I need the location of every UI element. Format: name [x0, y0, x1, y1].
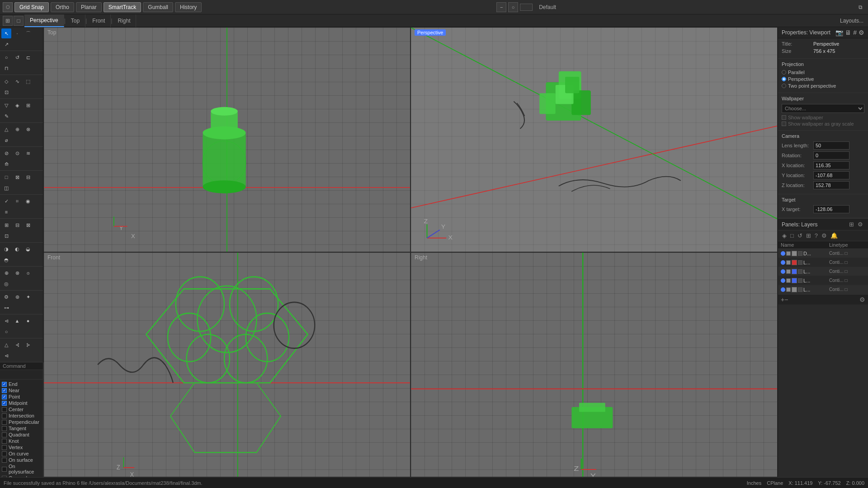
- join-tool[interactable]: ⊞: [23, 100, 33, 110]
- star-tool[interactable]: ✦: [23, 292, 33, 302]
- line-tool[interactable]: ↗: [1, 39, 11, 49]
- rotate-tool[interactable]: ↺: [12, 52, 22, 62]
- box-tool[interactable]: ⊓: [1, 63, 11, 73]
- snap-item-perpendicular[interactable]: Perpendicular: [2, 419, 41, 425]
- snap-cb-knot[interactable]: [2, 439, 7, 444]
- layer-color-swatch[interactable]: [792, 278, 797, 283]
- layers-tb-2[interactable]: □: [789, 232, 795, 239]
- snap-item-midpoint[interactable]: Midpoint: [2, 400, 41, 406]
- grid-tab-icon[interactable]: #: [853, 29, 857, 36]
- blend-tool[interactable]: ≋: [23, 148, 33, 158]
- tab-front[interactable]: Front: [87, 14, 111, 27]
- tab-right[interactable]: Right: [112, 14, 136, 27]
- snap-item-on-surface[interactable]: On surface: [2, 457, 41, 463]
- layer-material-icon[interactable]: [798, 269, 802, 274]
- array-tool[interactable]: ⌀: [1, 135, 11, 145]
- layer-row[interactable]: L... Conti... □: [778, 258, 868, 267]
- layer-lock-icon[interactable]: [786, 278, 791, 283]
- show-wallpaper-cb[interactable]: [782, 115, 786, 120]
- ortho-button[interactable]: Ortho: [51, 2, 74, 12]
- hatch-tool[interactable]: ⊟: [12, 220, 22, 230]
- camera-tab-icon[interactable]: 📷: [835, 29, 843, 36]
- history-button[interactable]: History: [175, 2, 202, 12]
- layer-material-icon[interactable]: [798, 251, 802, 256]
- snap-cb-center[interactable]: [2, 407, 7, 412]
- select-tool[interactable]: ↖: [1, 28, 11, 38]
- boolean-tool[interactable]: ◫: [1, 183, 11, 193]
- smarttrack-button[interactable]: SmartTrack: [104, 2, 142, 12]
- layers-tb-1[interactable]: ◈: [781, 232, 788, 239]
- layer-lock-icon[interactable]: [786, 269, 791, 274]
- polygon-tool[interactable]: ◇: [1, 76, 11, 86]
- misc-tool[interactable]: ⊶: [1, 303, 11, 313]
- color-swatch[interactable]: [520, 4, 533, 11]
- layer-row[interactable]: L... Conti... □: [778, 285, 868, 294]
- text-tool[interactable]: ⊠: [23, 220, 33, 230]
- gridsnap-button[interactable]: Grid Snap: [14, 2, 49, 12]
- extra-tool-8[interactable]: ⊲: [1, 351, 11, 361]
- planar-button[interactable]: Planar: [76, 2, 102, 12]
- layer-color-swatch[interactable]: [792, 260, 797, 265]
- mirror-tool[interactable]: ⊗: [23, 124, 33, 134]
- layer-row[interactable]: L... Conti... □: [778, 276, 868, 285]
- snap-cb-end[interactable]: [2, 382, 7, 387]
- extend-tool[interactable]: ⟰: [1, 159, 11, 169]
- extra-tool-4[interactable]: ○: [1, 327, 11, 337]
- layer-color-swatch[interactable]: [792, 287, 797, 292]
- material-tool[interactable]: ⌾: [23, 268, 33, 278]
- display-tool[interactable]: ◉: [23, 196, 33, 206]
- curve-tool[interactable]: ⌒: [23, 28, 33, 38]
- wallpaper-select[interactable]: Choose...: [782, 104, 864, 113]
- snap-item-intersection[interactable]: Intersection: [2, 413, 41, 418]
- viewport-top[interactable]: Top Y X: [43, 27, 410, 252]
- layer-material-icon[interactable]: [798, 287, 802, 292]
- snap-item-tangent[interactable]: Tangent: [2, 426, 41, 431]
- light-tool[interactable]: ◎: [1, 279, 11, 289]
- layer-lock-icon[interactable]: [786, 287, 791, 292]
- gumball-button[interactable]: Gumball: [143, 2, 173, 12]
- split-tool[interactable]: ◈: [12, 100, 22, 110]
- circle-tool[interactable]: ○: [1, 52, 11, 62]
- layers-settings-btn[interactable]: ⚙: [859, 296, 865, 303]
- analyze-tool[interactable]: ⌗: [12, 196, 22, 206]
- zloc-input[interactable]: [813, 181, 849, 189]
- point-tool[interactable]: ·: [12, 28, 22, 38]
- extra-tool-2[interactable]: ▲: [12, 316, 22, 326]
- window-restore-icon[interactable]: ⧉: [855, 2, 865, 12]
- viewport-front[interactable]: Front: [43, 252, 410, 477]
- properties-tool[interactable]: ⊗: [12, 268, 22, 278]
- snap-cb-midpoint[interactable]: [2, 401, 7, 406]
- layer-row[interactable]: L... Conti... □: [778, 267, 868, 276]
- zoom-tool[interactable]: ◑: [1, 244, 11, 254]
- radio-parallel[interactable]: Parallel: [782, 70, 864, 75]
- layouts-label[interactable]: Layouts...: [840, 18, 868, 24]
- layer-visibility-dot[interactable]: [781, 269, 785, 274]
- explode-tool[interactable]: ✎: [1, 111, 11, 121]
- extra-tool-5[interactable]: △: [1, 340, 11, 350]
- snap-cb-point[interactable]: [2, 394, 7, 399]
- layer-color-swatch[interactable]: [792, 269, 797, 274]
- dim-tool[interactable]: ⊞: [1, 220, 11, 230]
- copy-tool[interactable]: ⊕: [12, 124, 22, 134]
- chamfer-tool[interactable]: ⊙: [12, 148, 22, 158]
- move-tool[interactable]: △: [1, 124, 11, 134]
- layers-tb-6[interactable]: ⚙: [820, 232, 828, 239]
- viewport-right[interactable]: Right Z Y: [410, 252, 778, 477]
- snap-item-point[interactable]: Point: [2, 394, 41, 399]
- snap-cb-tangent[interactable]: [2, 426, 7, 431]
- block-tool[interactable]: ⊡: [1, 231, 11, 241]
- xloc-input[interactable]: [813, 161, 849, 169]
- project-tool[interactable]: ⊠: [12, 172, 22, 182]
- layer-visibility-dot[interactable]: [781, 251, 785, 256]
- layers-tb-5[interactable]: ?: [813, 232, 819, 239]
- yloc-input[interactable]: [813, 171, 849, 179]
- lens-input[interactable]: [813, 141, 849, 150]
- tab-top[interactable]: Top: [66, 14, 85, 27]
- settings-tab-icon[interactable]: ⚙: [859, 29, 864, 36]
- check-tool[interactable]: ✓: [1, 196, 11, 206]
- rotation-input[interactable]: [813, 151, 849, 160]
- snap-cb-intersection[interactable]: [2, 413, 7, 418]
- layer-lock-icon[interactable]: [786, 260, 791, 265]
- layers-icon-1[interactable]: ⊞: [848, 221, 855, 228]
- layers-tb-4[interactable]: ⊞: [805, 232, 812, 239]
